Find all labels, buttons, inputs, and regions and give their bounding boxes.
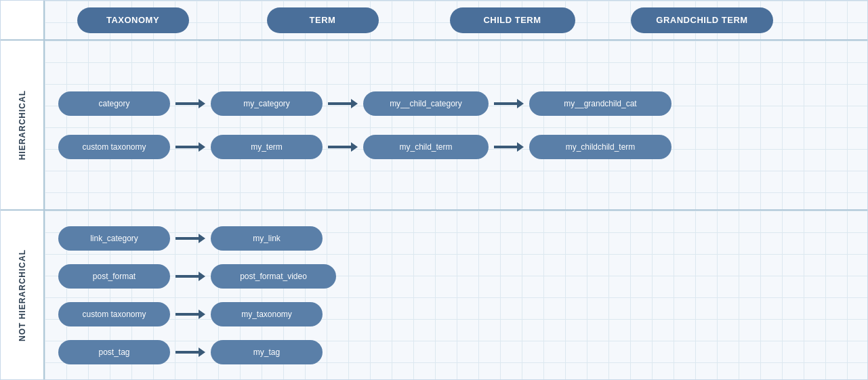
arrow-1-2-3 [489, 142, 529, 152]
not-hierarchical-row-0: link_category my_link [58, 226, 854, 251]
corner-cell [1, 1, 43, 41]
taxonomy-ellipse-1: custom taxonomy [58, 135, 170, 159]
term-header-col: TERM [248, 7, 397, 33]
nh-taxonomy-ellipse-1: post_format [58, 264, 170, 289]
arrow-shaft-2 [328, 102, 352, 105]
nh-term-ellipse-3: my_tag [211, 340, 323, 364]
arrow-icon-6 [494, 142, 524, 152]
nh-arrow-icon-1 [175, 271, 205, 282]
child-term-header-col: CHILD TERM [438, 7, 587, 33]
not-hierarchical-row-3: post_tag my_tag [58, 340, 854, 364]
arrow-0-1 [170, 98, 211, 109]
grandchild-term-header-ellipse: GRANDCHILD TERM [631, 7, 773, 33]
nh-term-ellipse-0: my_link [211, 226, 323, 251]
arrow-1-0-1 [170, 142, 211, 152]
nh-arrow-shaft-2 [175, 313, 200, 316]
grandchild-term-ellipse-1: my_childchild_term [529, 135, 671, 159]
taxonomy-ellipse-0: category [58, 91, 170, 116]
nh-taxonomy-ellipse-2: custom taxonomy [58, 302, 170, 326]
not-hierarchical-label-cell: NOT HIERARCHICAL [1, 211, 43, 379]
not-hierarchical-row-2: custom taxonomy my_taxonomy [58, 302, 854, 326]
arrow-icon-3 [494, 98, 524, 109]
not-hierarchical-section: link_category my_link post_format [45, 211, 867, 379]
child-term-ellipse-0: my__child_category [363, 91, 489, 116]
term-ellipse-0: my_category [211, 91, 323, 116]
hierarchical-label-cell: HIERARCHICAL [1, 41, 43, 211]
nh-arrow-0 [170, 233, 211, 244]
nh-arrow-shaft-1 [175, 275, 200, 278]
nh-term-ellipse-1: post_format_video [211, 264, 336, 289]
arrow-icon [175, 98, 205, 109]
term-ellipse-1: my_term [211, 135, 323, 159]
nh-arrow-1 [170, 271, 211, 282]
not-hierarchical-label: NOT HIERARCHICAL [18, 249, 27, 341]
arrow-1-2 [323, 98, 363, 109]
nh-arrow-icon-3 [175, 347, 205, 358]
nh-arrow-2 [170, 309, 211, 320]
nh-arrow-shaft-3 [175, 351, 200, 354]
arrow-icon-4 [175, 142, 205, 152]
arrow-shaft-6 [494, 146, 518, 148]
nh-term-ellipse-2: my_taxonomy [211, 302, 323, 326]
arrow-shaft-4 [175, 146, 200, 148]
taxonomy-header-col: TAXONOMY [58, 7, 207, 33]
nh-arrow-icon-0 [175, 233, 205, 244]
child-term-ellipse-1: my_child_term [363, 135, 489, 159]
taxonomy-header-ellipse: TAXONOMY [77, 7, 189, 33]
arrow-shaft-3 [494, 102, 518, 105]
hierarchical-row-0: category my_category my__child_categor [58, 91, 854, 116]
not-hierarchical-row-1: post_format post_format_video [58, 264, 854, 289]
nh-taxonomy-ellipse-3: post_tag [58, 340, 170, 364]
nh-arrow-shaft-0 [175, 237, 200, 240]
hierarchical-label: HIERARCHICAL [18, 90, 27, 160]
nh-taxonomy-ellipse-0: link_category [58, 226, 170, 251]
hierarchical-row-1: custom taxonomy my_term my_child_term [58, 135, 854, 159]
arrow-shaft [175, 102, 200, 105]
header-row: TAXONOMY TERM CHILD TERM GRANDCHILD TERM [45, 1, 867, 41]
arrow-icon-2 [328, 98, 358, 109]
hierarchical-section: category my_category my__child_categor [45, 41, 867, 211]
nh-arrow-3 [170, 347, 211, 358]
arrow-icon-5 [328, 142, 358, 152]
term-header-ellipse: TERM [267, 7, 379, 33]
arrow-2-3 [489, 98, 529, 109]
grandchild-term-ellipse-0: my__grandchild_cat [529, 91, 671, 116]
nh-arrow-icon-2 [175, 309, 205, 320]
child-term-header-ellipse: CHILD TERM [450, 7, 575, 33]
arrow-1-1-2 [323, 142, 363, 152]
arrow-shaft-5 [328, 146, 352, 148]
grandchild-term-header-col: GRANDCHILD TERM [627, 7, 777, 33]
